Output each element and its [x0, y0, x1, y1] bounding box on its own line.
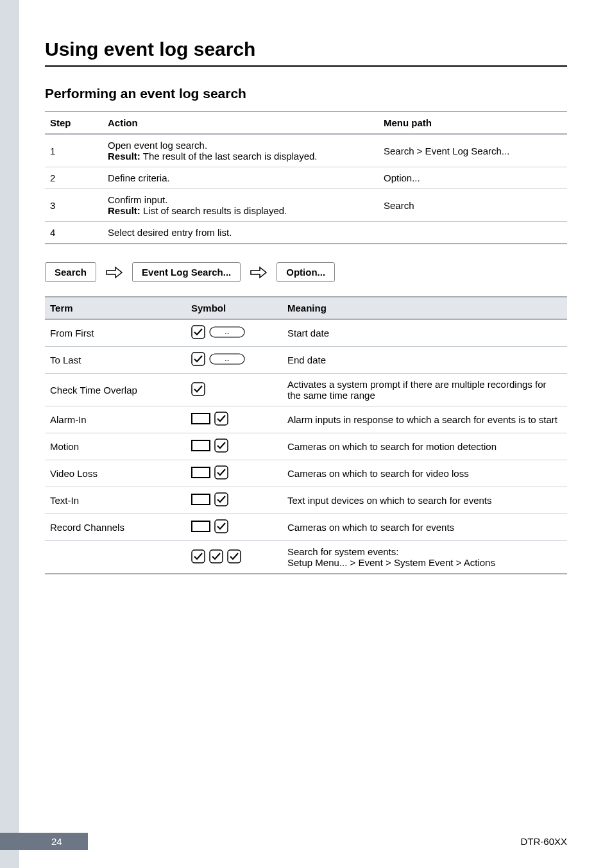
action-text: Open event log search.: [108, 140, 373, 151]
meaning-line1: Search for system events:: [287, 546, 562, 557]
table-row: 2 Define criteria. Option...: [45, 167, 567, 189]
checkbox-checked-icon: [214, 492, 228, 506]
svg-rect-6: [192, 383, 205, 396]
steps-table: Step Action Menu path 1 Open event log s…: [45, 111, 567, 244]
term-name: To Last: [45, 347, 186, 374]
svg-rect-18: [210, 550, 223, 563]
breadcrumb-item: Search: [45, 262, 96, 282]
step-menu-path: Search > Event Log Search...: [378, 134, 567, 167]
checkbox-checked-icon: [191, 549, 205, 563]
checkbox-checked-icon: [214, 438, 228, 453]
step-action: Confirm input. Result: List of search re…: [103, 189, 378, 222]
step-menu-path: Option...: [378, 167, 567, 189]
action-text: Confirm input.: [108, 194, 373, 205]
term-symbol: [186, 406, 282, 433]
table-row: Record Channels Cameras on which to sear…: [45, 514, 567, 541]
term-meaning: Alarm inputs in response to which a sear…: [282, 406, 567, 433]
table-row: Motion Cameras on which to search for mo…: [45, 433, 567, 460]
term-name: From First: [45, 319, 186, 347]
term-name: Record Channels: [45, 514, 186, 541]
term-meaning: Cameras on which to search for video los…: [282, 460, 567, 487]
term-meaning: Activates a system prompt if there are m…: [282, 374, 567, 406]
term-meaning: Search for system events: Setup Menu... …: [282, 541, 567, 574]
breadcrumb-arrow-icon: [105, 265, 123, 280]
term-meaning: End date: [282, 347, 567, 374]
square-icon: [191, 519, 210, 533]
svg-rect-0: [192, 326, 205, 338]
svg-rect-3: [192, 353, 205, 365]
term-name: Text-In: [45, 487, 186, 514]
svg-rect-12: [215, 466, 228, 479]
left-sidebar-strip: [0, 0, 19, 868]
result-text: The result of the last search is display…: [140, 151, 318, 162]
page-title: Using event log search: [45, 38, 567, 60]
checkbox-checked-icon: [191, 352, 205, 366]
term-symbol: [186, 541, 282, 574]
result-label: Result:: [108, 151, 140, 162]
meaning-line2: Setup Menu... > Event > System Event > A…: [287, 557, 562, 568]
result-text: List of search results is displayed.: [140, 205, 287, 216]
table-row: 3 Confirm input. Result: List of search …: [45, 189, 567, 222]
section-heading: Performing an event log search: [45, 86, 567, 101]
table-row: Check Time Overlap Activates a system pr…: [45, 374, 567, 406]
page-content: Using event log search Performing an eve…: [0, 0, 612, 574]
svg-rect-15: [192, 521, 210, 531]
step-menu-path: Search: [378, 189, 567, 222]
step-menu-path: [378, 222, 567, 244]
svg-text:...: ...: [225, 356, 230, 362]
svg-rect-8: [215, 412, 228, 425]
step-number: 4: [45, 222, 103, 244]
table-row: From First ... Start date: [45, 319, 567, 347]
checkbox-checked-icon: [214, 465, 228, 480]
term-symbol: ...: [186, 319, 282, 347]
step-action: Open event log search. Result: The resul…: [103, 134, 378, 167]
page-number: 24: [0, 833, 88, 850]
steps-header-action: Action: [103, 112, 378, 134]
terms-header-term: Term: [45, 297, 186, 319]
checkbox-checked-icon: [191, 325, 205, 339]
breadcrumb-item: Option...: [276, 262, 335, 282]
term-symbol: ...: [186, 347, 282, 374]
checkbox-checked-icon: [227, 549, 241, 563]
date-field-icon: ...: [209, 326, 245, 338]
table-row: Video Loss Cameras on which to search fo…: [45, 460, 567, 487]
term-name: Check Time Overlap: [45, 374, 186, 406]
checkbox-checked-icon: [191, 382, 205, 396]
table-row: Search for system events: Setup Menu... …: [45, 541, 567, 574]
step-action: Select desired entry from list.: [103, 222, 378, 244]
date-field-icon: ...: [209, 353, 245, 365]
title-rule: [45, 65, 567, 67]
terms-table: Term Symbol Meaning From First ... Start…: [45, 296, 567, 574]
action-result: Result: List of search results is displa…: [108, 205, 373, 216]
checkbox-checked-icon: [209, 549, 223, 563]
table-row: Alarm-In Alarm inputs in response to whi…: [45, 406, 567, 433]
term-name: [45, 541, 186, 574]
term-symbol: [186, 514, 282, 541]
svg-rect-16: [215, 520, 228, 533]
step-number: 3: [45, 189, 103, 222]
checkbox-checked-icon: [214, 412, 228, 426]
square-icon: [191, 465, 210, 480]
term-symbol: [186, 374, 282, 406]
term-name: Alarm-In: [45, 406, 186, 433]
svg-rect-14: [215, 493, 228, 506]
table-row: To Last ... End date: [45, 347, 567, 374]
term-meaning: Start date: [282, 319, 567, 347]
term-meaning: Cameras on which to search for events: [282, 514, 567, 541]
square-icon: [191, 438, 210, 453]
svg-rect-17: [192, 550, 205, 563]
breadcrumb-arrow-icon: [250, 265, 268, 280]
step-number: 2: [45, 167, 103, 189]
steps-header-menu: Menu path: [378, 112, 567, 134]
footer-model-label: DTR-60XX: [520, 836, 567, 847]
square-icon: [191, 492, 210, 506]
term-name: Motion: [45, 433, 186, 460]
breadcrumb: Search Event Log Search... Option...: [45, 262, 567, 282]
svg-rect-13: [192, 494, 210, 505]
breadcrumb-item: Event Log Search...: [132, 262, 241, 282]
svg-rect-11: [192, 467, 210, 478]
svg-rect-9: [192, 440, 210, 451]
svg-rect-7: [192, 413, 210, 424]
page-footer: 24 DTR-60XX: [0, 833, 612, 850]
term-symbol: [186, 433, 282, 460]
